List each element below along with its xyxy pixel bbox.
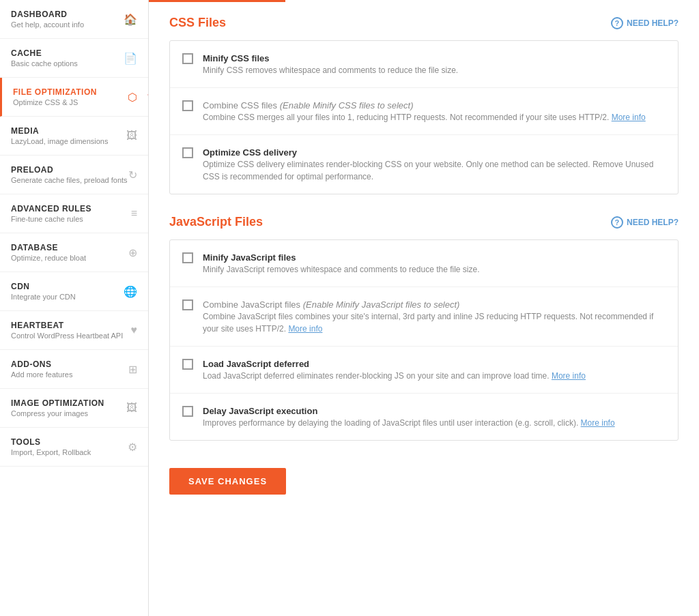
sidebar-item-icon-heartbeat: ♥ [131, 324, 138, 336]
sidebar-item-title-heartbeat: HEARTBEAT [11, 321, 123, 330]
sidebar-item-cdn[interactable]: CDN Integrate your CDN 🌐 [0, 272, 148, 311]
option-link-combine-css[interactable]: More info [612, 113, 646, 122]
sidebar-item-text-tools: TOOLS Import, Export, Rollback [11, 437, 91, 456]
checkbox-minify-js[interactable] [182, 252, 193, 263]
sidebar-item-subtitle-cdn: Integrate your CDN [11, 293, 76, 301]
sidebar-item-icon-image-optimization: 🖼 [126, 402, 137, 414]
sidebar-item-dashboard[interactable]: DASHBOARD Get help, account info 🏠 [0, 0, 148, 39]
sidebar-item-database[interactable]: DATABASE Optimize, reduce bloat ⊕ [0, 233, 148, 272]
option-title-combine-js: Combine JavaScript files (Enable Minify … [203, 299, 459, 310]
sidebar-item-subtitle-image-optimization: Compress your images [11, 409, 104, 417]
sidebar-item-preload[interactable]: PRELOAD Generate cache files, preload fo… [0, 156, 148, 194]
sidebar-item-tools[interactable]: TOOLS Import, Export, Rollback ⚙ [0, 428, 148, 467]
sidebar-item-title-cdn: CDN [11, 282, 76, 291]
option-link-delay-js[interactable]: More info [581, 418, 615, 428]
sidebar-item-subtitle-add-ons: Add more features [11, 370, 73, 379]
sidebar-item-media[interactable]: MEDIA LazyLoad, image dimensions 🖼 [0, 117, 148, 156]
option-row-minify-css: Minify CSS files Minify CSS removes whit… [170, 41, 678, 88]
sidebar-item-file-optimization[interactable]: FILE OPTIMIZATION Optimize CSS & JS ⬡ [0, 78, 148, 117]
sidebar-item-icon-file-optimization: ⬡ [128, 91, 137, 104]
checkbox-load-js-deferred[interactable] [182, 359, 193, 370]
option-text-minify-css: Minify CSS files Minify CSS removes whit… [203, 52, 458, 76]
sidebar-item-heartbeat[interactable]: HEARTBEAT Control WordPress Heartbeat AP… [0, 311, 148, 350]
sidebar: DASHBOARD Get help, account info 🏠 CACHE… [0, 0, 149, 616]
js-need-help-link[interactable]: ? NEED HELP? [611, 216, 679, 229]
sidebar-item-subtitle-media: LazyLoad, image dimensions [11, 137, 108, 145]
sidebar-item-text-preload: PRELOAD Generate cache files, preload fo… [11, 165, 128, 184]
sidebar-item-title-image-optimization: IMAGE OPTIMIZATION [11, 398, 104, 408]
option-title-minify-css: Minify CSS files [203, 53, 270, 63]
sidebar-item-icon-add-ons: ⊞ [128, 363, 137, 376]
sidebar-item-icon-database: ⊕ [128, 246, 137, 259]
js-options-card: Minify JavaScript files Minify JavaScrip… [169, 239, 679, 441]
option-desc-optimize-css-delivery: Optimize CSS delivery eliminates render-… [203, 158, 666, 183]
option-text-optimize-css-delivery: Optimize CSS delivery Optimize CSS deliv… [203, 146, 666, 183]
sidebar-item-subtitle-cache: Basic cache options [11, 59, 78, 68]
sidebar-item-cache[interactable]: CACHE Basic cache options 📄 [0, 39, 148, 78]
css-section: CSS Files ? NEED HELP? Minify CSS files … [169, 16, 679, 194]
sidebar-item-title-advanced-rules: ADVANCED RULES [11, 204, 91, 214]
sidebar-item-text-heartbeat: HEARTBEAT Control WordPress Heartbeat AP… [11, 321, 123, 340]
sidebar-item-text-advanced-rules: ADVANCED RULES Fine-tune cache rules [11, 204, 91, 223]
option-text-combine-js: Combine JavaScript files (Enable Minify … [203, 298, 666, 335]
checkbox-minify-css[interactable] [182, 53, 193, 64]
sidebar-item-text-dashboard: DASHBOARD Get help, account info [11, 10, 84, 29]
checkbox-delay-js[interactable] [182, 406, 193, 417]
sidebar-item-icon-dashboard: 🏠 [124, 13, 137, 26]
option-text-combine-css: Combine CSS files (Enable Minify CSS fil… [203, 99, 646, 123]
option-row-combine-js: Combine JavaScript files (Enable Minify … [170, 287, 678, 347]
sidebar-item-add-ons[interactable]: ADD-ONS Add more features ⊞ [0, 350, 148, 389]
sidebar-item-subtitle-file-optimization: Optimize CSS & JS [13, 98, 97, 106]
checkbox-combine-js[interactable] [182, 299, 193, 310]
sidebar-item-icon-advanced-rules: ≡ [131, 207, 137, 220]
content-area: CSS Files ? NEED HELP? Minify CSS files … [149, 2, 699, 522]
option-desc-minify-css: Minify CSS removes whitespace and commen… [203, 64, 458, 76]
sidebar-item-title-dashboard: DASHBOARD [11, 10, 84, 19]
js-section: JavaScript Files ? NEED HELP? Minify Jav… [169, 215, 679, 441]
sidebar-item-advanced-rules[interactable]: ADVANCED RULES Fine-tune cache rules ≡ [0, 194, 148, 233]
option-desc-combine-js: Combine JavaScript files combines your s… [203, 310, 666, 335]
option-title-optimize-css-delivery: Optimize CSS delivery [203, 147, 297, 158]
option-row-delay-js: Delay JavaScript execution Improves perf… [170, 394, 678, 440]
sidebar-item-icon-media: 🖼 [126, 130, 137, 142]
sidebar-item-title-tools: TOOLS [11, 437, 91, 447]
sidebar-item-subtitle-heartbeat: Control WordPress Heartbeat API [11, 332, 123, 340]
option-desc-combine-css: Combine CSS merges all your files into 1… [203, 111, 646, 123]
option-row-optimize-css-delivery: Optimize CSS delivery Optimize CSS deliv… [170, 135, 678, 194]
sidebar-item-text-add-ons: ADD-ONS Add more features [11, 360, 73, 379]
checkbox-combine-css[interactable] [182, 100, 193, 111]
css-options-card: Minify CSS files Minify CSS removes whit… [169, 40, 679, 194]
sidebar-item-text-file-optimization: FILE OPTIMIZATION Optimize CSS & JS [13, 87, 97, 106]
option-title-combine-css: Combine CSS files (Enable Minify CSS fil… [203, 100, 414, 111]
js-section-title: JavaScript Files [169, 215, 263, 229]
save-changes-button[interactable]: SAVE CHANGES [169, 468, 286, 495]
sidebar-item-icon-cdn: 🌐 [124, 285, 137, 298]
option-text-delay-js: Delay JavaScript execution Improves perf… [203, 405, 615, 429]
sidebar-item-icon-tools: ⚙ [128, 441, 137, 454]
option-title-delay-js: Delay JavaScript execution [203, 406, 317, 416]
sidebar-item-title-file-optimization: FILE OPTIMIZATION [13, 87, 97, 97]
js-need-help-label: NEED HELP? [627, 218, 679, 227]
sidebar-item-title-database: DATABASE [11, 243, 86, 252]
need-help-icon: ? [611, 17, 623, 29]
sidebar-item-text-cdn: CDN Integrate your CDN [11, 282, 76, 301]
sidebar-item-image-optimization[interactable]: IMAGE OPTIMIZATION Compress your images … [0, 389, 148, 428]
css-need-help-label: NEED HELP? [627, 18, 679, 28]
sidebar-item-subtitle-advanced-rules: Fine-tune cache rules [11, 215, 91, 223]
option-title-minify-js: Minify JavaScript files [203, 252, 296, 263]
sidebar-item-subtitle-database: Optimize, reduce bloat [11, 254, 86, 262]
css-need-help-link[interactable]: ? NEED HELP? [611, 17, 679, 29]
sidebar-item-icon-preload: ↻ [128, 168, 137, 181]
checkbox-optimize-css-delivery[interactable] [182, 147, 193, 158]
option-text-load-js-deferred: Load JavaScript deferred Load JavaScript… [203, 357, 586, 382]
option-row-load-js-deferred: Load JavaScript deferred Load JavaScript… [170, 347, 678, 394]
js-section-header: JavaScript Files ? NEED HELP? [169, 215, 679, 229]
sidebar-item-subtitle-preload: Generate cache files, preload fonts [11, 176, 128, 184]
sidebar-item-text-cache: CACHE Basic cache options [11, 48, 78, 68]
option-link-combine-js[interactable]: More info [288, 324, 322, 334]
main-content: CSS Files ? NEED HELP? Minify CSS files … [149, 0, 699, 616]
option-link-load-js-deferred[interactable]: More info [552, 371, 586, 381]
js-need-help-icon: ? [611, 216, 623, 229]
sidebar-item-subtitle-dashboard: Get help, account info [11, 20, 84, 29]
option-desc-minify-js: Minify JavaScript removes whitespace and… [203, 263, 480, 276]
